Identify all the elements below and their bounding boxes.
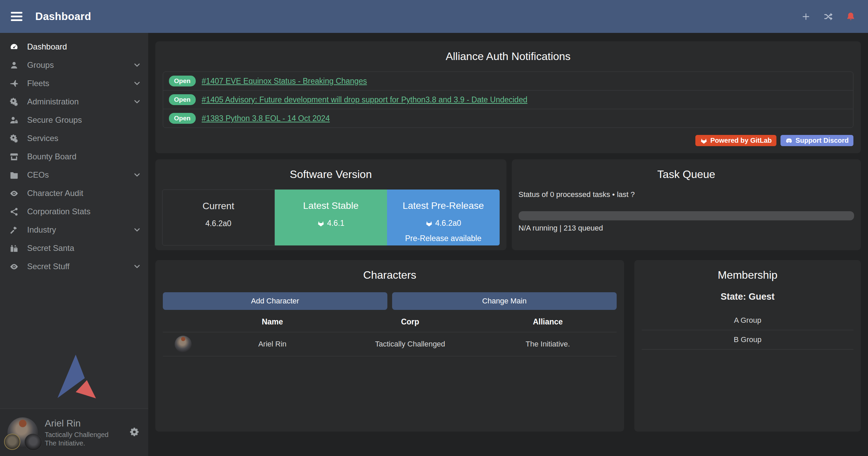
gauge-icon bbox=[8, 42, 20, 52]
topbar: Dashboard bbox=[0, 0, 868, 33]
gitlab-icon bbox=[425, 220, 433, 227]
character-name: Ariel Rin bbox=[204, 340, 341, 349]
sidebar-item-label: Dashboard bbox=[27, 42, 141, 52]
list-item: B Group bbox=[642, 330, 853, 350]
sidebar-item-label: Bounty Board bbox=[27, 152, 141, 161]
membership-state: State: Guest bbox=[634, 292, 861, 302]
alliance-logo-badge bbox=[24, 434, 42, 451]
user-lock-icon bbox=[8, 116, 20, 125]
hammer-icon bbox=[8, 225, 20, 235]
status-badge: Open bbox=[169, 94, 196, 105]
membership-title: Membership bbox=[634, 260, 861, 281]
user-corp: Tactically Challenged bbox=[45, 431, 122, 439]
bell-icon[interactable] bbox=[846, 12, 856, 22]
character-portrait bbox=[175, 336, 192, 353]
add-character-button[interactable]: Add Character bbox=[163, 292, 387, 310]
change-main-button[interactable]: Change Main bbox=[392, 292, 617, 310]
version-stable-value[interactable]: 4.6.1 bbox=[327, 219, 344, 228]
notification-link[interactable]: #1407 EVE Equinox Status - Breaking Chan… bbox=[202, 77, 367, 86]
characters-table: Name Corp Alliance Ariel Rin Tactically … bbox=[163, 310, 617, 356]
discord-icon bbox=[785, 137, 793, 144]
powered-by-gitlab-badge[interactable]: Powered by GitLab bbox=[695, 135, 776, 146]
membership-panel: Membership State: Guest A Group B Group bbox=[634, 260, 861, 432]
version-stable-box: Latest Stable 4.6.1 bbox=[275, 190, 387, 245]
sidebar-item-secret-stuff[interactable]: Secret Stuff bbox=[0, 257, 148, 276]
sidebar-item-bounty-board[interactable]: Bounty Board bbox=[0, 147, 148, 166]
sidebar-item-character-audit[interactable]: Character Audit bbox=[0, 184, 148, 202]
sidebar-item-fleets[interactable]: Fleets bbox=[0, 74, 148, 93]
notifications-list: Open #1407 EVE Equinox Status - Breaking… bbox=[163, 72, 853, 128]
user-name: Ariel Rin bbox=[45, 417, 122, 429]
sidebar-item-ceos[interactable]: CEOs bbox=[0, 166, 148, 184]
sidebar-item-label: CEOs bbox=[27, 170, 125, 180]
sidebar-item-groups[interactable]: Groups bbox=[0, 56, 148, 74]
column-header-name: Name bbox=[204, 310, 341, 332]
chevron-down-icon bbox=[133, 79, 141, 88]
gitlab-icon bbox=[317, 220, 325, 227]
settings-gear-icon[interactable] bbox=[129, 427, 139, 438]
task-queue-title: Task Queue bbox=[512, 159, 861, 181]
column-header-corp: Corp bbox=[341, 310, 479, 332]
chevron-down-icon bbox=[133, 171, 141, 179]
corp-logo-badge bbox=[4, 434, 20, 450]
characters-panel: Characters Add Character Change Main Nam… bbox=[155, 260, 624, 432]
discord-badge-label: Support Discord bbox=[795, 137, 849, 144]
sidebar-item-label: Services bbox=[27, 134, 141, 143]
sidebar: Dashboard Groups Fleets Administration S… bbox=[0, 33, 148, 456]
eye-icon bbox=[8, 262, 20, 271]
version-prerelease-value[interactable]: 4.6.2a0 bbox=[435, 219, 461, 228]
gifts-icon bbox=[8, 244, 20, 253]
gitlab-icon bbox=[700, 137, 708, 144]
user-icon bbox=[8, 61, 20, 70]
sidebar-item-administration[interactable]: Administration bbox=[0, 93, 148, 111]
sidebar-item-corporation-stats[interactable]: Corporation Stats bbox=[0, 202, 148, 221]
software-version-panel: Software Version Current 4.6.2a0 Latest … bbox=[155, 159, 506, 250]
software-version-title: Software Version bbox=[155, 159, 506, 181]
sidebar-item-label: Secure Groups bbox=[27, 115, 141, 125]
version-current-label: Current bbox=[162, 201, 274, 212]
gears-icon bbox=[8, 97, 20, 106]
chevron-down-icon bbox=[133, 225, 141, 234]
sidebar-item-label: Industry bbox=[27, 225, 125, 235]
status-badge: Open bbox=[169, 113, 196, 124]
sidebar-item-secure-groups[interactable]: Secure Groups bbox=[0, 111, 148, 129]
sidebar-item-services[interactable]: Services bbox=[0, 129, 148, 147]
notifications-title: Alliance Auth Notifications bbox=[155, 41, 861, 63]
task-queue-status: Status of 0 processed tasks • last ? bbox=[519, 190, 854, 199]
support-discord-badge[interactable]: Support Discord bbox=[780, 135, 853, 146]
task-queue-progress-bar bbox=[519, 211, 854, 220]
notifications-panel: Alliance Auth Notifications Open #1407 E… bbox=[155, 41, 861, 153]
sidebar-item-secret-santa[interactable]: Secret Santa bbox=[0, 239, 148, 257]
membership-group-list: A Group B Group bbox=[642, 311, 853, 350]
add-icon[interactable] bbox=[801, 12, 811, 22]
task-queue-panel: Task Queue Status of 0 processed tasks •… bbox=[512, 159, 861, 250]
notification-row: Open #1405 Advisory: Future development … bbox=[163, 90, 853, 109]
characters-title: Characters bbox=[155, 260, 624, 281]
notification-row: Open #1407 EVE Equinox Status - Breaking… bbox=[163, 72, 853, 90]
column-header-portrait bbox=[163, 315, 204, 328]
sidebar-user-card: Ariel Rin Tactically Challenged The Init… bbox=[0, 409, 148, 456]
gears-icon bbox=[8, 134, 20, 143]
version-prerelease-note: Pre-Release available bbox=[387, 234, 500, 243]
version-current-value: 4.6.2a0 bbox=[205, 219, 231, 228]
notification-link[interactable]: #1383 Python 3.8 EOL - 14 Oct 2024 bbox=[202, 114, 330, 123]
chevron-down-icon bbox=[133, 61, 141, 70]
character-alliance: The Initiative. bbox=[479, 340, 617, 349]
page-title: Dashboard bbox=[35, 11, 91, 23]
sidebar-item-dashboard[interactable]: Dashboard bbox=[0, 38, 148, 56]
sidebar-item-label: Administration bbox=[27, 97, 125, 106]
shuffle-icon[interactable] bbox=[823, 12, 833, 22]
sidebar-item-label: Character Audit bbox=[27, 189, 141, 198]
character-corp: Tactically Challenged bbox=[341, 340, 479, 349]
sidebar-item-label: Secret Santa bbox=[27, 243, 141, 253]
shop-icon bbox=[8, 152, 20, 161]
sidebar-item-industry[interactable]: Industry bbox=[0, 221, 148, 239]
version-prerelease-box: Latest Pre-Release 4.6.2a0 Pre-Release a… bbox=[387, 190, 500, 245]
hamburger-menu-icon[interactable] bbox=[11, 12, 22, 21]
notification-link[interactable]: #1405 Advisory: Future development will … bbox=[202, 95, 527, 104]
gitlab-badge-label: Powered by GitLab bbox=[710, 137, 772, 144]
user-alliance: The Initiative. bbox=[45, 439, 122, 448]
sidebar-item-label: Secret Stuff bbox=[27, 262, 125, 271]
column-header-alliance: Alliance bbox=[479, 310, 617, 332]
task-queue-counts: N/A running | 213 queued bbox=[519, 224, 854, 233]
